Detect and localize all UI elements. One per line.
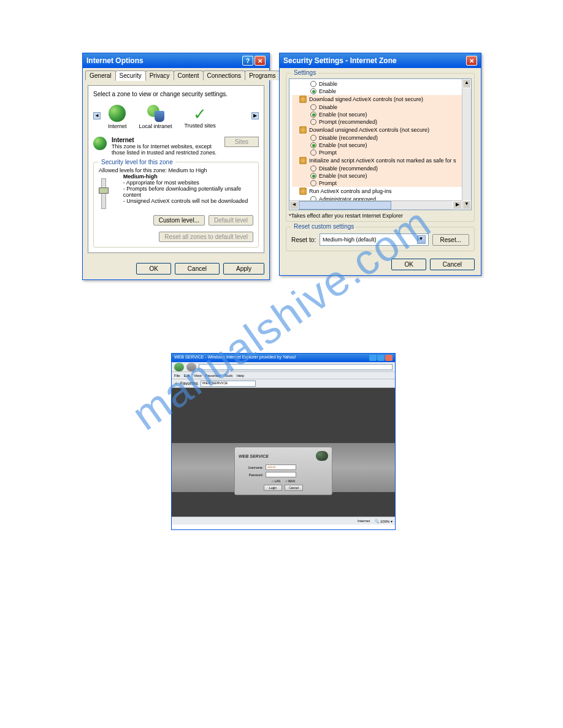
tree-radio-item[interactable]: Enable (not secure) — [292, 172, 469, 180]
settings-tree[interactable]: DisableEnableDownload signed ActiveX con… — [289, 78, 472, 210]
zone-desc-text: This zone is for Internet websites, exce… — [112, 143, 220, 156]
scroll-right[interactable]: ▶ — [453, 201, 462, 210]
tab[interactable]: WEB SERVICE — [201, 381, 256, 387]
close-button[interactable]: ✕ — [255, 56, 266, 66]
tab-privacy[interactable]: Privacy — [145, 70, 174, 80]
tree-radio-item[interactable]: Disable (recommended) — [292, 165, 469, 172]
menu-view[interactable]: View — [194, 374, 202, 377]
tab-general[interactable]: General — [85, 70, 116, 80]
radio-icon — [310, 88, 316, 94]
scroll-left[interactable]: ◄ — [93, 112, 101, 119]
reset-to-label: Reset to: — [291, 237, 316, 243]
back-button[interactable] — [174, 363, 184, 371]
menu-edit[interactable]: Edit — [184, 374, 190, 377]
radio-lan[interactable]: ○ LAN — [272, 479, 280, 483]
forward-button[interactable] — [186, 363, 196, 371]
security-slider[interactable] — [101, 178, 106, 209]
settings-group: Settings DisableEnableDownload signed Ac… — [286, 73, 475, 222]
cancel-button[interactable]: Cancel — [430, 259, 475, 270]
close-button[interactable] — [385, 355, 393, 361]
tab-programs[interactable]: Programs — [245, 70, 280, 80]
menu-file[interactable]: File — [174, 374, 180, 377]
tree-radio-item[interactable]: Prompt (recommended) — [292, 118, 469, 126]
close-button[interactable]: ✕ — [466, 56, 477, 66]
zone-internet[interactable]: Internet — [108, 105, 127, 129]
tab-security[interactable]: Security — [115, 70, 146, 81]
login-buttons: Login Cancel — [239, 485, 328, 491]
header-icon — [299, 157, 307, 164]
radio-label: Enable (not secure) — [319, 112, 367, 118]
menu-favorites[interactable]: Favorites — [205, 374, 221, 377]
tree-radio-item[interactable]: Enable — [292, 88, 469, 95]
password-input[interactable] — [266, 472, 296, 477]
username-input[interactable]: admin — [266, 464, 296, 470]
custom-level-button[interactable]: Custom level... — [153, 215, 205, 226]
connection-radios: ○ LAN ○ WAN — [239, 479, 328, 483]
radio-label: Enable — [319, 88, 336, 94]
titlebar: Security Settings - Internet Zone ✕ — [280, 53, 481, 68]
zone-intranet[interactable]: Local intranet — [139, 105, 172, 129]
nav-toolbar — [172, 362, 395, 372]
default-level-button[interactable]: Default level — [209, 215, 253, 226]
maximize-button[interactable] — [377, 355, 385, 361]
slider-thumb[interactable] — [99, 188, 109, 194]
cancel-button[interactable]: Cancel — [175, 263, 220, 275]
zone-label: Trusted sites — [185, 123, 216, 129]
help-button[interactable]: ? — [242, 56, 253, 66]
tree-header: Initialize and script ActiveX controls n… — [292, 156, 469, 165]
tree-radio-item[interactable]: Disable (recommended) — [292, 134, 469, 142]
minimize-button[interactable] — [369, 355, 377, 361]
zone-label: Local intranet — [139, 123, 172, 129]
tab-content[interactable]: Content — [174, 70, 204, 80]
tree-radio-item[interactable]: Disable — [292, 80, 469, 88]
scroll-thumb[interactable] — [299, 201, 391, 210]
dialog-footer: OK Cancel — [286, 259, 475, 270]
reset-all-button[interactable]: Reset all zones to default level — [159, 232, 253, 242]
radio-label: Enable (not secure) — [319, 173, 367, 179]
tree-header: Run ActiveX controls and plug-ins — [292, 187, 469, 195]
login-button[interactable]: Login — [264, 485, 282, 491]
scroll-track[interactable] — [299, 201, 453, 210]
tree-radio-item[interactable]: Prompt — [292, 149, 469, 156]
zone-label: Internet — [108, 123, 127, 129]
apply-button[interactable]: Apply — [223, 263, 264, 275]
scroll-left[interactable]: ◄ — [289, 201, 299, 210]
zone-list[interactable]: Internet Local intranet ✓ Trusted sites — [102, 102, 250, 132]
radio-icon — [310, 104, 316, 110]
tree-radio-item[interactable]: Prompt — [292, 180, 469, 187]
intranet-icon — [147, 105, 164, 122]
group-legend: Reset custom settings — [291, 223, 356, 230]
zoom-level[interactable]: 🔍 100% ▾ — [375, 519, 393, 523]
zone-trusted[interactable]: ✓ Trusted sites — [185, 105, 216, 129]
security-settings-dialog: Security Settings - Internet Zone ✕ Sett… — [279, 53, 481, 276]
radio-label: Disable (recommended) — [319, 165, 378, 172]
radio-label: Disable (recommended) — [319, 135, 378, 141]
tree-radio-item[interactable]: Enable (not secure) — [292, 111, 469, 118]
tree-radio-item[interactable]: Disable — [292, 104, 469, 111]
ok-button[interactable]: OK — [391, 259, 426, 270]
header-icon — [299, 126, 307, 134]
menu-bar: File Edit View Favorites Tools Help — [172, 372, 395, 379]
scroll-right[interactable]: ▶ — [251, 112, 259, 119]
header-label: Download signed ActiveX controls (not se… — [309, 96, 423, 102]
radio-wan[interactable]: ○ WAN — [285, 479, 295, 483]
vertical-scrollbar[interactable]: ▲ ▼ — [462, 79, 471, 210]
tab-connections[interactable]: Connections — [203, 70, 246, 80]
radio-icon — [310, 180, 316, 186]
menu-tools[interactable]: Tools — [224, 374, 233, 377]
cancel-button[interactable]: Cancel — [285, 485, 303, 491]
address-bar[interactable] — [199, 364, 393, 370]
sites-button[interactable]: Sites — [224, 137, 259, 147]
header-icon — [299, 188, 307, 195]
reset-select[interactable]: Medium-high (default) ▼ — [320, 233, 429, 246]
scroll-up[interactable]: ▲ — [462, 79, 471, 88]
ok-button[interactable]: OK — [136, 263, 170, 275]
level-name: Medium-high — [123, 173, 158, 180]
scroll-down[interactable]: ▼ — [462, 200, 471, 210]
menu-help[interactable]: Help — [237, 374, 244, 377]
reset-button[interactable]: Reset... — [432, 234, 469, 246]
horizontal-scrollbar[interactable]: ◄ ▶ — [289, 200, 462, 210]
favorites-label: Favorites — [180, 381, 198, 385]
star-icon[interactable]: ★ — [174, 381, 178, 386]
tree-radio-item[interactable]: Enable (not secure) — [292, 142, 469, 149]
